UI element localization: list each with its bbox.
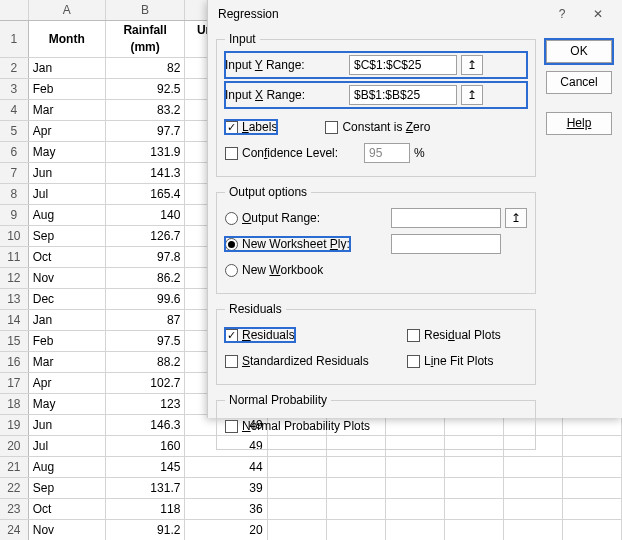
cell[interactable]: Jul (28, 184, 105, 205)
cell[interactable]: Jun (28, 415, 105, 436)
cell[interactable]: Month (28, 21, 105, 58)
normal-probability-plots-checkbox[interactable]: Normal Probability Plots (225, 419, 370, 433)
constant-zero-checkbox[interactable]: Constant is Zero (325, 120, 430, 134)
cell[interactable]: Feb (28, 331, 105, 352)
cell[interactable]: 83.2 (105, 100, 185, 121)
new-worksheet-input[interactable] (391, 234, 501, 254)
output-range-input[interactable] (391, 208, 501, 228)
row-header[interactable]: 11 (0, 247, 28, 268)
row-header[interactable]: 1 (0, 21, 28, 58)
row-header[interactable]: 2 (0, 58, 28, 79)
cell[interactable]: Jul (28, 436, 105, 457)
row-header[interactable]: 4 (0, 100, 28, 121)
cell[interactable]: Jan (28, 58, 105, 79)
cell[interactable]: Feb (28, 79, 105, 100)
cell[interactable]: 97.7 (105, 121, 185, 142)
row-header[interactable]: 21 (0, 457, 28, 478)
help-icon[interactable]: ? (544, 2, 580, 26)
ref-select-icon[interactable]: ↥ (461, 55, 483, 75)
cell[interactable]: Aug (28, 457, 105, 478)
cancel-button[interactable]: Cancel (546, 71, 612, 94)
residuals-checkbox[interactable]: ✓Residuals (225, 328, 295, 342)
output-range-radio[interactable]: Output Range: (225, 211, 320, 225)
row-header[interactable]: 5 (0, 121, 28, 142)
confidence-level-checkbox[interactable]: Confidence Level: (225, 146, 338, 160)
row-header[interactable]: 14 (0, 310, 28, 331)
cell[interactable]: 91.2 (105, 520, 185, 541)
ref-select-icon[interactable]: ↥ (461, 85, 483, 105)
cell[interactable]: 97.8 (105, 247, 185, 268)
cell[interactable]: 126.7 (105, 226, 185, 247)
standardized-residuals-checkbox[interactable]: Standardized Residuals (225, 354, 369, 368)
cell[interactable]: Mar (28, 352, 105, 373)
col-header[interactable]: B (105, 0, 185, 21)
row-header[interactable]: 17 (0, 373, 28, 394)
cell[interactable]: 160 (105, 436, 185, 457)
cell[interactable]: Rainfall (mm) (105, 21, 185, 58)
row-header[interactable]: 6 (0, 142, 28, 163)
input-y-range[interactable]: $C$1:$C$25 (349, 55, 457, 75)
new-workbook-radio[interactable]: New Workbook (225, 263, 323, 277)
cell[interactable]: 82 (105, 58, 185, 79)
row-header[interactable]: 10 (0, 226, 28, 247)
cell[interactable]: 87 (105, 310, 185, 331)
row-header[interactable]: 23 (0, 499, 28, 520)
labels-checkbox[interactable]: ✓ Labels (225, 120, 277, 134)
ref-select-icon[interactable]: ↥ (505, 208, 527, 228)
cell[interactable]: Sep (28, 226, 105, 247)
cell[interactable]: 123 (105, 394, 185, 415)
residual-plots-checkbox[interactable]: Residual Plots (407, 328, 527, 342)
row-header[interactable]: 9 (0, 205, 28, 226)
input-x-range[interactable]: $B$1:$B$25 (349, 85, 457, 105)
cell[interactable]: 88.2 (105, 352, 185, 373)
cell[interactable]: Nov (28, 520, 105, 541)
cell[interactable]: Apr (28, 373, 105, 394)
row-header[interactable]: 22 (0, 478, 28, 499)
confidence-level-input[interactable]: 95 (364, 143, 410, 163)
row-header[interactable]: 12 (0, 268, 28, 289)
cell[interactable]: Oct (28, 247, 105, 268)
cell[interactable]: 165.4 (105, 184, 185, 205)
cell[interactable]: Mar (28, 100, 105, 121)
cell[interactable]: 118 (105, 499, 185, 520)
cell[interactable]: Oct (28, 499, 105, 520)
cell[interactable]: 131.7 (105, 478, 185, 499)
close-icon[interactable]: ✕ (580, 2, 616, 26)
col-header[interactable]: A (28, 0, 105, 21)
cell[interactable]: Nov (28, 268, 105, 289)
row-header[interactable]: 15 (0, 331, 28, 352)
cell[interactable]: 141.3 (105, 163, 185, 184)
cell[interactable]: Jan (28, 310, 105, 331)
row-header[interactable]: 3 (0, 79, 28, 100)
row-header[interactable]: 13 (0, 289, 28, 310)
ok-button[interactable]: OK (546, 40, 612, 63)
cell[interactable]: Sep (28, 478, 105, 499)
row-header[interactable]: 18 (0, 394, 28, 415)
row-header[interactable]: 8 (0, 184, 28, 205)
row-header[interactable]: 19 (0, 415, 28, 436)
cell[interactable]: May (28, 142, 105, 163)
cell[interactable]: 86.2 (105, 268, 185, 289)
line-fit-plots-checkbox[interactable]: Line Fit Plots (407, 354, 527, 368)
cell[interactable]: 92.5 (105, 79, 185, 100)
row-header[interactable]: 7 (0, 163, 28, 184)
cell[interactable]: 20 (185, 520, 267, 541)
cell[interactable]: Dec (28, 289, 105, 310)
cell[interactable]: May (28, 394, 105, 415)
cell[interactable]: 131.9 (105, 142, 185, 163)
row-header[interactable]: 24 (0, 520, 28, 541)
cell[interactable]: Apr (28, 121, 105, 142)
cell[interactable]: 97.5 (105, 331, 185, 352)
help-button[interactable]: Help (546, 112, 612, 135)
cell[interactable]: Jun (28, 163, 105, 184)
cell[interactable]: 145 (105, 457, 185, 478)
cell[interactable]: 140 (105, 205, 185, 226)
cell[interactable]: 39 (185, 478, 267, 499)
cell[interactable]: 99.6 (105, 289, 185, 310)
cell[interactable]: 146.3 (105, 415, 185, 436)
cell[interactable]: Aug (28, 205, 105, 226)
cell[interactable]: 36 (185, 499, 267, 520)
row-header[interactable]: 16 (0, 352, 28, 373)
cell[interactable]: 102.7 (105, 373, 185, 394)
row-header[interactable]: 20 (0, 436, 28, 457)
